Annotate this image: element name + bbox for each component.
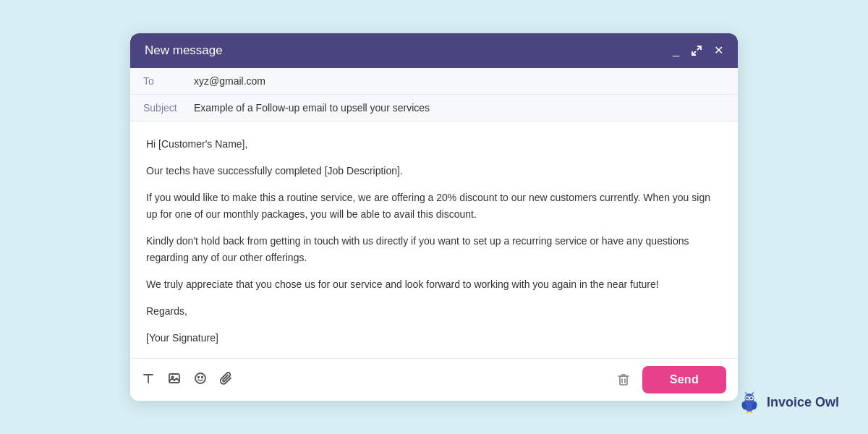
svg-point-6 xyxy=(195,373,205,383)
to-input[interactable] xyxy=(194,75,725,87)
image-icon[interactable] xyxy=(168,372,181,388)
brand-name: Invoice Owl xyxy=(767,395,839,410)
toolbar-icons xyxy=(142,372,233,388)
compose-window: New message _ ✕ To Subject xyxy=(130,33,738,401)
minimize-button[interactable]: _ xyxy=(673,45,679,56)
expand-button[interactable] xyxy=(691,45,702,56)
text-format-icon[interactable] xyxy=(142,372,155,388)
email-body: Hi [Customer's Name], Our techs have suc… xyxy=(146,136,722,347)
toolbar: Send xyxy=(130,358,738,401)
body-line2: Our techs have successfully completed [J… xyxy=(146,163,722,179)
svg-point-18 xyxy=(746,397,749,399)
toolbar-right: Send xyxy=(612,366,726,393)
svg-rect-9 xyxy=(620,376,627,385)
svg-rect-4 xyxy=(169,374,179,383)
to-field-row: To xyxy=(130,68,738,95)
svg-point-8 xyxy=(202,377,203,378)
branding: Invoice Owl xyxy=(738,391,839,414)
svg-point-20 xyxy=(747,397,748,398)
fields-section: To Subject xyxy=(130,68,738,122)
owl-logo-icon xyxy=(738,391,761,414)
body-line5: We truly appreciate that you chose us fo… xyxy=(146,276,722,293)
svg-point-7 xyxy=(198,377,200,378)
send-button[interactable]: Send xyxy=(642,366,726,393)
subject-field-row: Subject xyxy=(130,95,738,121)
svg-point-19 xyxy=(750,397,752,399)
window-title: New message xyxy=(145,43,223,58)
window-header: New message _ ✕ xyxy=(130,33,738,68)
to-label: To xyxy=(143,75,194,87)
svg-marker-14 xyxy=(745,392,747,395)
body-line4: Kindly don't hold back from getting in t… xyxy=(146,233,722,266)
body-line7: [Your Signature] xyxy=(146,330,722,346)
close-button[interactable]: ✕ xyxy=(714,45,723,56)
email-body-area[interactable]: Hi [Customer's Name], Our techs have suc… xyxy=(130,122,738,359)
svg-point-21 xyxy=(752,397,752,398)
subject-input[interactable] xyxy=(194,102,725,114)
delete-button[interactable] xyxy=(612,368,635,391)
emoji-icon[interactable] xyxy=(194,372,207,388)
body-line3: If you would like to make this a routine… xyxy=(146,190,722,223)
svg-marker-15 xyxy=(752,392,754,395)
body-line1: Hi [Customer's Name], xyxy=(146,136,722,153)
window-controls: _ ✕ xyxy=(673,45,723,56)
body-line6: Regards, xyxy=(146,303,722,320)
attach-icon[interactable] xyxy=(220,372,233,388)
subject-label: Subject xyxy=(143,102,194,114)
